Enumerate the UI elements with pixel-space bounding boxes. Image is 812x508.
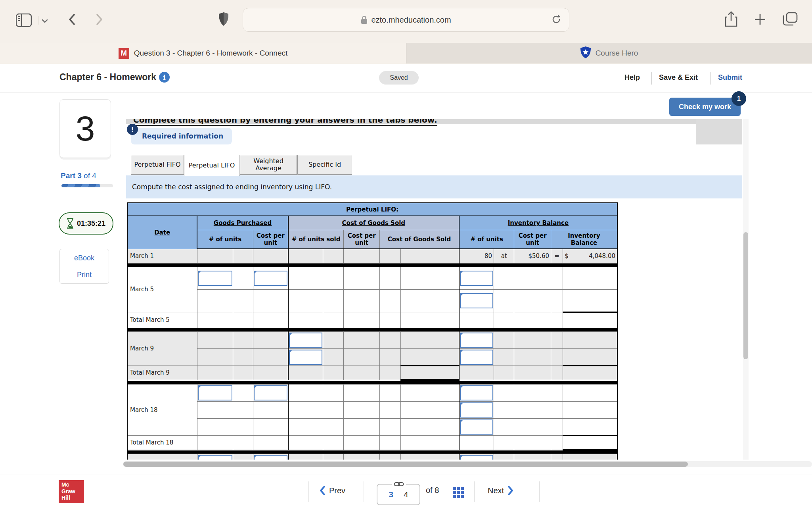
answer-input[interactable] [289, 350, 322, 365]
horizontal-scrollbar-thumb[interactable] [123, 462, 688, 467]
lifo-table-wrap: Perpetual LIFO: Date Goods Purchased Cos… [127, 202, 620, 460]
answer-input[interactable] [254, 271, 287, 286]
browser-tab-connect[interactable]: M Question 3 - Chapter 6 - Homework - Co… [0, 43, 406, 64]
table-row: March 18 [127, 384, 617, 401]
chevron-down-icon[interactable] [42, 17, 48, 25]
answer-input[interactable] [254, 385, 287, 400]
info-icon[interactable]: i [159, 72, 170, 83]
question-number-card: 3 [59, 99, 111, 158]
answer-input[interactable] [254, 455, 287, 460]
answer-input[interactable] [460, 402, 493, 418]
next-button[interactable]: Next [488, 486, 513, 495]
scroll-clipped-block [696, 119, 742, 144]
url-text: ezto.mheducation.com [371, 15, 451, 25]
date-cell: March 9 [127, 331, 197, 366]
block-separator [127, 380, 617, 384]
question-map-icon[interactable] [453, 487, 464, 498]
col-ib-units: # of units [459, 230, 514, 249]
address-bar[interactable]: ezto.mheducation.com [243, 8, 569, 32]
col-cogs-cost: Cost per unit [344, 230, 380, 249]
browser-tab-course-hero[interactable]: Course Hero [406, 43, 812, 64]
block-separator [127, 328, 617, 331]
table-row: Total March 5 [127, 312, 617, 328]
answer-input[interactable] [460, 385, 493, 400]
footer-divider [474, 481, 475, 502]
tabs-overview-icon[interactable] [783, 12, 798, 28]
page-linked: 4 [404, 490, 408, 499]
ebook-button[interactable]: eBook [59, 249, 109, 267]
part-progress-label: Part 3 of 4 [61, 171, 96, 180]
prev-button[interactable]: Prev [320, 486, 345, 495]
answer-input[interactable] [460, 419, 493, 435]
tab-perpetual-fifo[interactable]: Perpetual FIFO [131, 155, 184, 175]
back-icon[interactable] [68, 13, 75, 27]
reload-icon[interactable] [551, 14, 562, 27]
col-ib-balance: Inventory Balance [551, 230, 618, 249]
linked-pages-icon [392, 479, 406, 489]
tab-perpetual-lifo[interactable]: Perpetual LIFO [184, 155, 239, 176]
share-icon[interactable] [725, 11, 737, 29]
page-title: Chapter 6 - Homework [59, 72, 156, 83]
page-header: Chapter 6 - Homework i Saved Help Save &… [0, 64, 812, 92]
browser-toolbar: ezto.mheducation.com [0, 0, 812, 43]
col-ib-cost: Cost per unit [514, 230, 551, 249]
page-number-box[interactable]: 3 4 [377, 484, 420, 505]
vertical-scrollbar-thumb[interactable] [743, 232, 748, 359]
block-separator [127, 263, 617, 267]
date-cell: Total March 9 [127, 366, 197, 380]
top-instruction: Complete this question by entering your … [133, 119, 437, 126]
date-cell: March 1 [127, 249, 197, 263]
answer-input[interactable] [460, 271, 493, 286]
at-label: at [494, 249, 514, 263]
col-units-sold: # of units sold [288, 230, 344, 249]
part-progress-bar [61, 184, 113, 187]
answer-input[interactable] [460, 350, 493, 365]
answer-input[interactable] [289, 333, 322, 348]
course-hero-favicon [580, 46, 591, 60]
tab-strip: M Question 3 - Chapter 6 - Homework - Co… [0, 43, 812, 64]
forward-icon[interactable] [96, 13, 103, 27]
answer-input[interactable] [198, 385, 233, 400]
page-count: of 8 [426, 486, 439, 495]
table-row: Total March 18 [127, 435, 617, 450]
tab-specific-id[interactable]: Specific Id [297, 155, 352, 175]
mcgraw-hill-logo: Mc Graw Hill [59, 480, 84, 503]
logo-line: Hill [61, 495, 84, 501]
col-goods-purchased: Goods Purchased [197, 216, 288, 230]
privacy-shield-icon[interactable] [218, 12, 229, 28]
ib-balance-value: 4,048.00 [589, 252, 615, 260]
table-row [127, 418, 617, 435]
print-button[interactable]: Print [59, 266, 109, 284]
check-my-work-button[interactable]: Check my work [669, 98, 741, 116]
tab-weighted-average[interactable]: Weighted Average [240, 155, 297, 175]
next-chevron-icon [508, 486, 513, 495]
answer-input[interactable] [198, 455, 233, 460]
submit-button[interactable]: Submit [718, 73, 742, 82]
block-separator [127, 450, 617, 454]
prev-label: Prev [329, 486, 345, 495]
footer-divider [308, 481, 309, 502]
sidebar-toggle-icon[interactable] [16, 13, 32, 29]
new-tab-icon[interactable] [754, 13, 766, 27]
saved-status: Saved [379, 71, 419, 85]
save-exit-button[interactable]: Save & Exit [659, 73, 698, 82]
footer-divider [539, 481, 540, 502]
prev-chevron-icon [320, 486, 325, 495]
lock-icon [361, 15, 368, 24]
answer-input[interactable] [198, 271, 233, 286]
header-divider [651, 72, 652, 85]
answer-input[interactable] [460, 333, 493, 348]
date-cell: March 18 [127, 384, 197, 435]
table-row: March 1 80 at $50.60 = $4,048.00 [127, 249, 617, 263]
help-button[interactable]: Help [624, 73, 640, 82]
table-row: Total March 9 [127, 366, 617, 380]
prompt-banner: Compute the cost assigned to ending inve… [126, 175, 742, 198]
toolbar-divider [38, 16, 38, 25]
answer-input[interactable] [460, 293, 493, 308]
table-row [127, 348, 617, 366]
answer-input[interactable] [460, 455, 493, 460]
col-date: Date [127, 216, 197, 249]
part-bold: Part 3 [61, 171, 82, 180]
part-rest: of 4 [82, 171, 96, 180]
rail-divider [59, 209, 123, 209]
